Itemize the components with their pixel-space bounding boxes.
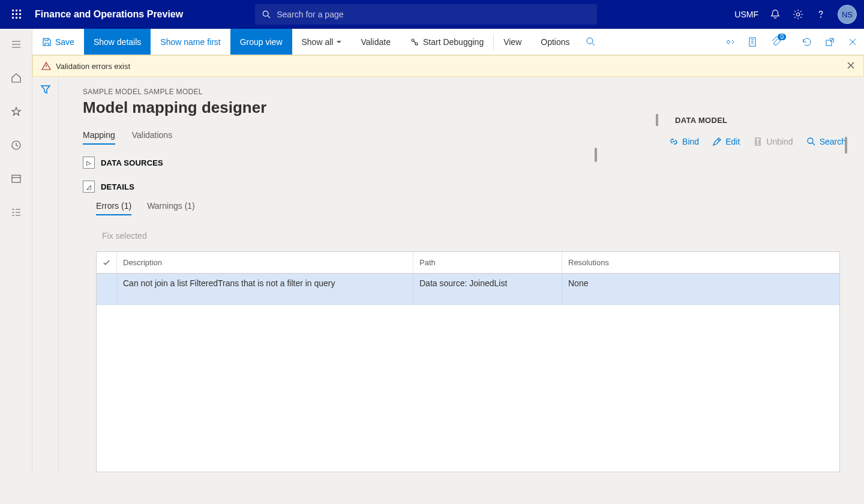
home-icon[interactable] [0,68,32,88]
right-resize-handle[interactable] [845,137,847,154]
svg-rect-8 [19,17,21,19]
warning-icon [41,61,51,71]
svg-point-12 [820,17,821,17]
recent-icon[interactable] [0,136,32,155]
svg-rect-0 [12,10,14,11]
tab-validations[interactable]: Validations [132,130,172,145]
filter-rail[interactable] [32,77,59,472]
app-title: Finance and Operations Preview [35,9,183,20]
svg-rect-1 [16,10,17,11]
workspaces-icon[interactable] [0,169,32,188]
mid-resize-handle[interactable] [595,148,597,162]
left-nav-rail [0,29,32,472]
options-menu[interactable]: Options [531,29,579,55]
show-all-dropdown[interactable]: Show all [292,29,352,55]
global-search-input[interactable]: Search for a page [255,4,597,25]
details-collapse-button[interactable]: ◿ [83,181,95,193]
row-resolutions: None [562,274,675,304]
svg-point-21 [808,138,813,143]
details-header: DETAILS [101,182,134,191]
funnel-icon [40,84,51,95]
user-avatar[interactable]: NS [838,5,857,24]
errors-tab[interactable]: Errors (1) [96,201,131,215]
company-picker[interactable]: USMF [734,10,758,19]
svg-rect-5 [19,13,21,15]
data-sources-expand-button[interactable]: ▷ [83,157,95,169]
start-debugging-label: Start Debugging [423,37,484,47]
edit-button[interactable]: Edit [712,137,740,146]
attachment-count: 0 [778,34,786,40]
svg-rect-7 [16,17,17,19]
app-launcher-icon[interactable] [7,0,26,29]
svg-rect-4 [16,13,17,15]
show-details-button[interactable]: Show details [84,29,151,55]
svg-point-17 [587,38,593,44]
bind-button[interactable]: Bind [669,137,699,146]
banner-close-icon[interactable] [847,61,855,71]
svg-rect-18 [749,38,755,46]
save-label: Save [55,37,74,47]
row-checkbox[interactable] [97,274,117,304]
settings-icon[interactable] [792,8,804,20]
popout-icon[interactable] [818,29,841,55]
help-icon[interactable] [815,8,827,20]
modules-icon[interactable] [0,203,32,222]
svg-point-9 [263,11,269,16]
svg-point-11 [796,13,799,16]
col-resolutions[interactable]: Resolutions [562,252,675,273]
svg-point-15 [412,39,414,41]
svg-rect-3 [12,13,14,15]
col-description[interactable]: Description [117,252,413,273]
svg-rect-6 [12,17,14,19]
col-path[interactable]: Path [413,252,562,273]
unbind-button: Unbind [753,137,793,146]
topbar: Finance and Operations Preview Search fo… [0,0,864,29]
data-model-panel: DATA MODEL Bind Edit Unbind Search [656,114,846,146]
svg-rect-14 [12,175,20,182]
tab-mapping[interactable]: Mapping [83,130,115,145]
validation-banner: Validation errors exist [32,55,864,77]
row-path: Data source: JoinedList [413,274,562,304]
breadcrumb: SAMPLE MODEL SAMPLE MODEL [83,88,840,96]
warnings-tab[interactable]: Warnings (1) [147,201,195,215]
search-button[interactable]: Search [806,137,846,146]
table-row[interactable]: Can not join a list FilteredTrans that i… [97,274,839,305]
svg-point-16 [415,43,418,45]
favorites-icon[interactable] [0,102,32,121]
row-description: Can not join a list FilteredTrans that i… [117,274,413,304]
filter-search-icon[interactable] [580,29,602,55]
close-page-icon[interactable] [841,29,864,55]
svg-line-10 [268,16,270,18]
group-view-button[interactable]: Group view [230,29,292,55]
select-all-checkbox[interactable] [97,252,117,273]
personalize-icon[interactable] [719,29,742,55]
start-debugging-button[interactable]: Start Debugging [400,29,493,55]
errors-grid: Description Path Resolutions Can not joi… [96,251,840,472]
svg-rect-2 [19,10,21,11]
refresh-icon[interactable] [796,29,818,55]
fix-selected-button: Fix selected [102,231,840,241]
attachments-icon[interactable]: 0 [764,29,796,55]
grid-header: Description Path Resolutions [97,252,839,274]
save-button[interactable]: Save [32,29,84,55]
validation-text: Validation errors exist [56,62,130,71]
data-sources-header: DATA SOURCES [101,158,163,167]
show-name-first-button[interactable]: Show name first [151,29,230,55]
action-bar: Save Show details Show name first Group … [32,29,864,55]
view-menu[interactable]: View [494,29,531,55]
svg-rect-20 [755,138,760,145]
open-in-office-icon[interactable] [742,29,764,55]
notifications-icon[interactable] [769,8,781,20]
hamburger-icon[interactable] [0,35,32,54]
search-placeholder: Search for a page [277,10,343,19]
validate-button[interactable]: Validate [351,29,400,55]
data-model-header: DATA MODEL [656,114,846,126]
